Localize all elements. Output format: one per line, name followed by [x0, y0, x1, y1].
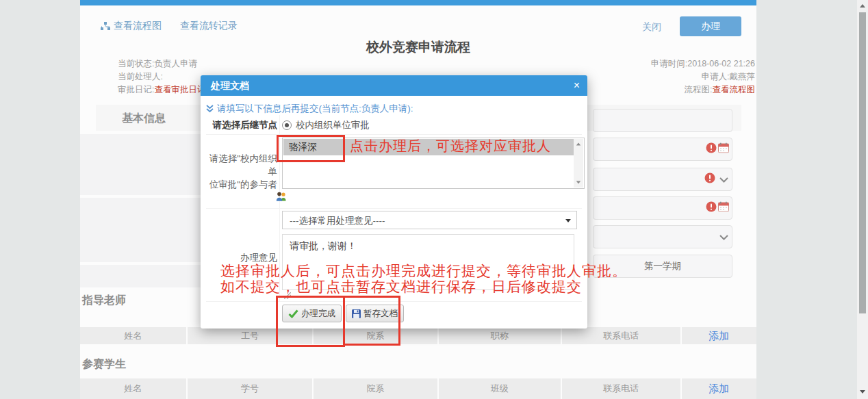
- close-page-link[interactable]: 关闭: [642, 21, 661, 34]
- column-header: 姓名: [80, 378, 188, 399]
- form-field-date[interactable]: [593, 196, 732, 220]
- column-header: 职称: [439, 327, 562, 344]
- scrollbar-thumb[interactable]: [859, 12, 866, 313]
- section-basic-info: 基本信息: [122, 112, 166, 126]
- next-node-label: 请选择后继节点: [210, 119, 277, 131]
- scroll-up-arrow-icon[interactable]: [860, 4, 865, 8]
- opinion-select-value: ---选择常用处理意见----: [290, 216, 385, 226]
- modal-title: 处理文档: [211, 75, 249, 96]
- add-student-link[interactable]: 添加: [682, 378, 756, 399]
- column-header: 院系: [314, 378, 439, 399]
- section-students: 参赛学生: [82, 357, 126, 372]
- view-approval-diary-link[interactable]: 查看审批日记: [154, 85, 205, 94]
- annotation-submit-note: 选择审批人后，可点击办理完成进行提交，等待审批人审批。 如不提交，也可点击暂存文…: [220, 263, 627, 294]
- applicant: 申请人:戴燕萍: [651, 70, 755, 83]
- student-table-header: 姓名 学号 院系 班级 联系电话 添加: [80, 378, 756, 399]
- warning-icon: [706, 142, 717, 156]
- column-header: 姓名: [80, 327, 188, 344]
- column-header: 联系电话: [562, 378, 682, 399]
- view-flowchart-link[interactable]: 查看流程图: [114, 20, 162, 32]
- annotation-approver-note: 点击办理后，可选择对应审批人: [350, 137, 551, 155]
- approval-diary: 审批日记:查看审批日记: [118, 83, 205, 96]
- screen: 查看流程图 查看流转记录 关闭 办理 校外竞赛申请流程 当前状态:负责人申请 当…: [0, 0, 868, 399]
- advisor-table-header: 姓名 工号 院系 职称 联系电话 添加: [80, 327, 756, 344]
- section-advisors: 指导老师: [82, 294, 126, 308]
- sitemap-icon: [101, 21, 110, 34]
- annotation-box-complete-button: [276, 296, 345, 347]
- common-opinion-select[interactable]: ---选择常用处理意见----: [282, 211, 577, 229]
- column-header: 联系电话: [562, 327, 682, 344]
- modal-close-icon[interactable]: ×: [574, 75, 580, 95]
- row-divider: [206, 134, 582, 135]
- next-node-option[interactable]: 校内组织单位审批: [296, 119, 433, 131]
- form-field-select[interactable]: [593, 225, 732, 248]
- form-field-select[interactable]: [593, 168, 732, 191]
- chevron-down-icon[interactable]: [719, 231, 728, 243]
- page-title: 校外竞赛申请流程: [80, 38, 756, 56]
- top-accent-bar: [80, 0, 756, 5]
- current-status: 当前状态:负责人申请: [118, 57, 205, 70]
- process-button[interactable]: 办理: [680, 16, 741, 36]
- annotation-box-approver: [277, 135, 345, 162]
- select-arrow-icon: [565, 219, 571, 222]
- calendar-icon[interactable]: [718, 202, 729, 215]
- listbox-scroll-down-icon[interactable]: [576, 181, 580, 184]
- form-field-empty[interactable]: [593, 109, 732, 132]
- double-chevron-down-icon: [206, 105, 214, 113]
- warning-icon: [706, 201, 717, 215]
- column-header: 学号: [188, 378, 314, 399]
- next-node-radio[interactable]: [282, 120, 292, 130]
- meta-left: 当前状态:负责人申请 当前处理人: 审批日记:查看审批日记: [118, 57, 205, 96]
- add-advisor-link[interactable]: 添加: [682, 327, 756, 344]
- select-users-icon[interactable]: [275, 192, 288, 205]
- modal-header: 处理文档 ×: [201, 75, 587, 96]
- current-handler: 当前处理人:: [118, 70, 205, 83]
- flowchart: 流程图:查看流程图: [651, 83, 755, 96]
- modal-hint: 请填写以下信息后再提交(当前节点:负责人申请):: [206, 103, 413, 115]
- view-transfer-log-link[interactable]: 查看流转记录: [180, 20, 238, 32]
- listbox-scroll-up-icon[interactable]: [576, 143, 580, 146]
- form-field-date[interactable]: [593, 138, 732, 161]
- warning-icon: [704, 172, 715, 186]
- apply-time: 申请时间:2018-06-02 21:26: [651, 57, 755, 70]
- meta-right: 申请时间:2018-06-02 21:26 申请人:戴燕萍 流程图:查看流程图: [651, 57, 755, 96]
- view-flowchart-link-2[interactable]: 查看流程图: [713, 85, 756, 94]
- calendar-icon[interactable]: [718, 143, 729, 156]
- participants-label: 请选择"校内组织单 位审批"的参与者: [201, 152, 277, 191]
- annotation-box-save-button: [343, 296, 400, 346]
- listbox-scrollbar[interactable]: [574, 139, 583, 188]
- row-divider: [206, 208, 582, 209]
- column-header: 班级: [439, 378, 562, 399]
- chevron-down-icon[interactable]: [719, 173, 728, 185]
- scroll-down-arrow-icon[interactable]: [860, 390, 865, 394]
